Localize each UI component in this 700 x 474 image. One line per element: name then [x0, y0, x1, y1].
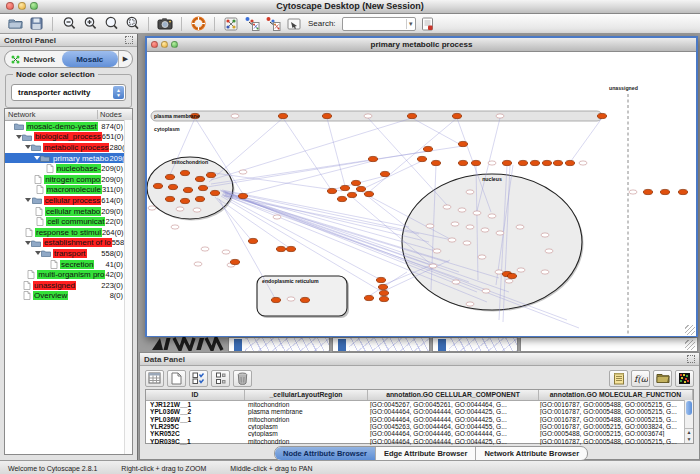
node-color-dropdown[interactable]: transporter activity ▲▼	[11, 84, 126, 101]
network-node[interactable]	[502, 160, 511, 165]
network-node-outline[interactable]	[429, 264, 437, 268]
network-edge[interactable]	[327, 118, 345, 186]
tab-network-attribute-browser[interactable]: Network Attribute Browser	[476, 447, 587, 460]
network-node[interactable]	[165, 196, 174, 201]
network-node[interactable]	[195, 196, 204, 201]
table-row[interactable]: YPL036W__2plasma membrane[GO:0044464, GO…	[146, 408, 693, 415]
network-node[interactable]	[198, 185, 207, 190]
expander-icon[interactable]	[34, 251, 41, 255]
network-node[interactable]	[183, 187, 192, 192]
zoom-fit-icon[interactable]	[102, 15, 120, 32]
network-node-outline[interactable]	[194, 262, 202, 266]
network-edge[interactable]	[412, 118, 463, 146]
network-node-outline[interactable]	[273, 215, 281, 219]
tab-node-attribute-browser[interactable]: Node Attribute Browser	[275, 447, 376, 460]
network-node-outline[interactable]	[171, 225, 179, 229]
network-node[interactable]	[322, 113, 331, 118]
network-node-outline[interactable]	[488, 161, 496, 165]
network-node[interactable]	[507, 273, 516, 278]
network-node-outline[interactable]	[466, 302, 474, 306]
network-node[interactable]	[378, 284, 387, 289]
network-node[interactable]	[351, 180, 360, 185]
snapshot-camera-icon[interactable]	[156, 15, 174, 32]
network-node-outline[interactable]	[426, 224, 434, 228]
network-node[interactable]	[300, 297, 309, 302]
table-row[interactable]: YDR039C__1mitochondrion[GO:0044464, GO:0…	[146, 437, 693, 444]
network-node[interactable]	[452, 113, 461, 118]
network-node[interactable]	[286, 246, 295, 251]
table-scrollbar[interactable]: ▲▼	[684, 400, 693, 443]
network-node[interactable]	[327, 188, 336, 193]
network-node[interactable]	[180, 198, 189, 203]
save-icon[interactable]	[27, 15, 45, 32]
column-header[interactable]: ID	[146, 390, 245, 400]
zoom-in-icon[interactable]	[81, 15, 99, 32]
network-node[interactable]	[368, 156, 377, 161]
network-node[interactable]	[417, 156, 426, 161]
background-window-fragment[interactable]	[432, 337, 518, 352]
tree-header-network[interactable]: Network	[5, 110, 98, 119]
tree-item-metabolic-process[interactable]: metabolic process280(0)	[5, 142, 132, 153]
network-node[interactable]	[553, 160, 562, 165]
network-node[interactable]	[565, 160, 574, 165]
network-node-outline[interactable]	[517, 268, 525, 272]
apply-layout-1-icon[interactable]	[243, 15, 261, 32]
network-node-outline[interactable]	[505, 279, 513, 283]
network-node-outline[interactable]	[222, 250, 230, 254]
network-node-outline[interactable]	[201, 247, 209, 251]
help-lifebuoy-icon[interactable]	[189, 15, 207, 32]
network-node-outline[interactable]	[488, 214, 496, 218]
dropdown-stepper-icon[interactable]: ▲▼	[113, 86, 124, 99]
network-node-outline[interactable]	[466, 190, 474, 194]
network-node-outline[interactable]	[545, 249, 553, 253]
tree-item-biological-process[interactable]: biological_process651(0)	[5, 132, 132, 143]
search-input[interactable]: ▾	[342, 17, 416, 31]
attribute-table-header[interactable]: ID_cellularLayoutRegionannotation.GO CEL…	[146, 390, 693, 401]
network-node[interactable]	[278, 113, 287, 118]
tab-network[interactable]: Network	[5, 51, 62, 67]
open-folder-icon[interactable]	[6, 15, 24, 32]
network-edge[interactable]	[369, 118, 457, 192]
float-panel-icon[interactable]	[125, 36, 133, 44]
network-node-outline[interactable]	[478, 255, 486, 259]
search-config-icon[interactable]	[419, 15, 437, 32]
tree-item-response-to-stimul[interactable]: response to stimul264(0)	[5, 227, 132, 238]
network-node-outline[interactable]	[193, 208, 201, 212]
table-row[interactable]: YJR121W__1mitochondrion[GO:0045267, GO:0…	[146, 401, 693, 408]
tab-edge-attribute-browser[interactable]: Edge Attribute Browser	[376, 447, 476, 460]
network-node-outline[interactable]	[466, 225, 474, 229]
network-node[interactable]	[423, 146, 432, 151]
tree-item-macromolecule[interactable]: macromolecule311(0)	[5, 185, 132, 196]
network-node-outline[interactable]	[579, 161, 587, 165]
scrollbar-buttons[interactable]: ▲▼	[685, 428, 693, 443]
tree-item-cellular-process[interactable]: cellular process614(0)	[5, 195, 132, 206]
network-node[interactable]	[230, 259, 239, 264]
network-node[interactable]	[518, 160, 527, 165]
network-node[interactable]	[168, 184, 177, 189]
network-node-outline[interactable]	[448, 238, 456, 242]
delete-attribute-icon[interactable]	[233, 370, 252, 387]
window-resize-grip[interactable]	[685, 325, 695, 335]
network-node-outline[interactable]	[443, 205, 451, 209]
search-dropdown-arrow[interactable]: ▾	[406, 19, 415, 29]
tree-item-cellular-metabo[interactable]: cellular metabo209(0)	[5, 206, 132, 217]
float-panel-icon[interactable]	[687, 355, 695, 363]
tree-item-primary-metabo[interactable]: primary metabo209(...	[5, 153, 132, 164]
tab-mosaic[interactable]: Mosaic	[62, 51, 119, 67]
network-node[interactable]	[376, 277, 385, 282]
column-header[interactable]: annotation.GO MOLECULAR_FUNCTION	[539, 390, 693, 400]
tree-item-unassigned[interactable]: unassigned223(0)	[5, 280, 132, 291]
table-row[interactable]: YPL036W__1mitochondrion[GO:0044464, GO:0…	[146, 416, 693, 423]
network-node-outline[interactable]	[287, 297, 295, 301]
network-node[interactable]	[153, 183, 162, 188]
apply-layout-2-icon[interactable]	[264, 15, 282, 32]
tree-header-nodes[interactable]: Nodes	[98, 110, 132, 119]
network-node-outline[interactable]	[541, 233, 549, 237]
background-window-fragment[interactable]	[520, 337, 698, 352]
network-node[interactable]	[195, 176, 204, 181]
network-node[interactable]	[206, 172, 215, 177]
network-node-outline[interactable]	[481, 228, 489, 232]
network-node[interactable]	[340, 185, 349, 190]
network-node[interactable]	[542, 160, 551, 165]
network-node-outline[interactable]	[239, 170, 247, 174]
